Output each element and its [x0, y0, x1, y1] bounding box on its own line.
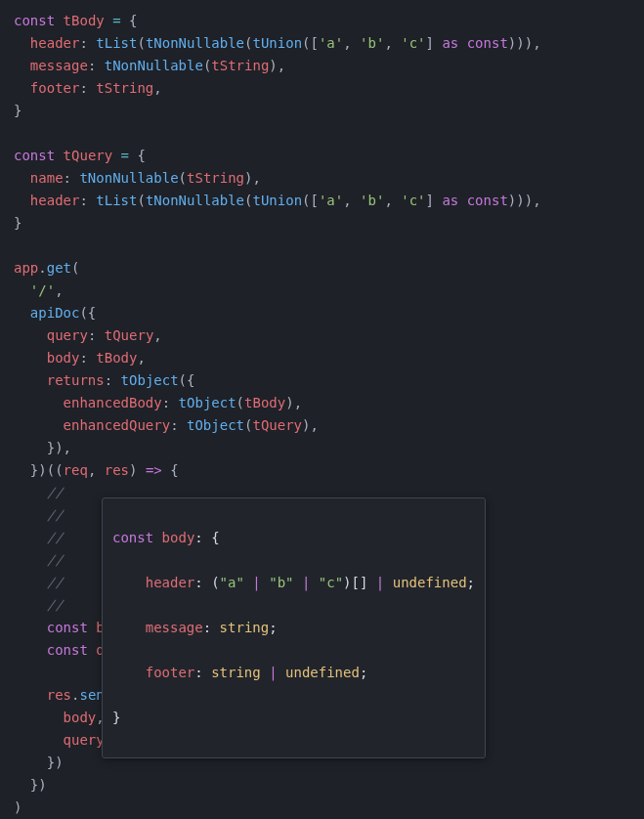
code-line: }), [14, 437, 630, 459]
code-line: '/', [14, 280, 630, 302]
code-line: header: tList(tNonNullable(tUnion(['a', … [14, 190, 630, 212]
code-line [14, 122, 630, 145]
tooltip-line: const body: { [112, 527, 475, 549]
type-hover-tooltip: const body: { header: ("a" | "b" | "c")[… [102, 497, 486, 758]
code-line: } [14, 100, 630, 122]
code-line: enhancedQuery: tObject(tQuery), [14, 414, 630, 437]
tooltip-line: footer: string | undefined; [112, 662, 475, 684]
code-line: header: tList(tNonNullable(tUnion(['a', … [14, 32, 630, 55]
tooltip-line: } [112, 707, 475, 729]
code-line: enhancedBody: tObject(tBody), [14, 392, 630, 414]
code-line: const tQuery = { [14, 145, 630, 167]
code-line: message: tNonNullable(tString), [14, 55, 630, 77]
code-line: const tBody = { [14, 10, 630, 32]
code-line: returns: tObject({ [14, 369, 630, 392]
code-line: body: tBody, [14, 347, 630, 369]
code-line: }) [14, 774, 630, 797]
code-line: footer: tString, [14, 77, 630, 100]
code-line: name: tNonNullable(tString), [14, 167, 630, 190]
tooltip-line: header: ("a" | "b" | "c")[] | undefined; [112, 572, 475, 594]
code-line: app.get( [14, 257, 630, 280]
code-line: })((req, res) => { [14, 459, 630, 482]
code-line: apiDoc({ [14, 302, 630, 324]
code-line [14, 235, 630, 257]
tooltip-line: message: string; [112, 617, 475, 639]
code-line: query: tQuery, [14, 324, 630, 347]
code-line: } [14, 212, 630, 235]
code-line: ) [14, 797, 630, 819]
